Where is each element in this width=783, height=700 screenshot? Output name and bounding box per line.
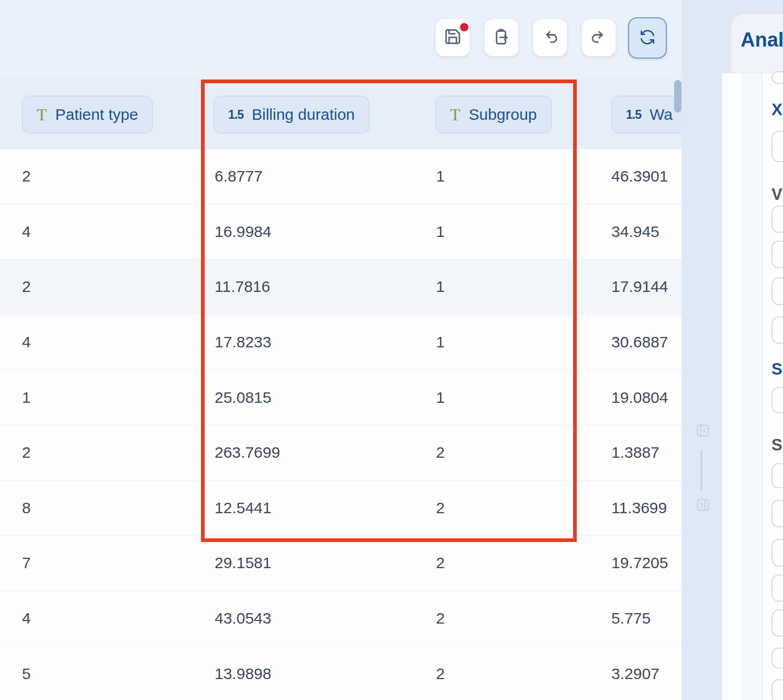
export-clipboard-icon [493, 28, 510, 48]
column-header-subgroup[interactable]: T Subgroup [435, 96, 552, 133]
table-cell[interactable]: 1.3887 [611, 444, 659, 461]
table-cell[interactable]: 2 [22, 278, 31, 296]
panel-section-label: S [771, 436, 782, 455]
table-row[interactable]: 417.8233130.6887 [0, 315, 681, 370]
panel-drop-zone-box[interactable] [771, 131, 783, 162]
analysis-tab[interactable]: Analy [731, 14, 783, 73]
column-header-patient-type[interactable]: T Patient type [22, 96, 153, 133]
table-cell[interactable]: 29.1581 [215, 554, 271, 572]
table-cell[interactable]: 17.8233 [215, 333, 271, 351]
unsaved-changes-badge [460, 23, 468, 31]
table-cell[interactable]: 2 [436, 499, 445, 517]
sync-icon [637, 27, 657, 49]
table-cell[interactable]: 2 [436, 665, 445, 683]
panel-drop-zone-box[interactable] [771, 609, 783, 637]
table-cell[interactable]: 2 [22, 444, 31, 461]
undo-icon [541, 28, 559, 48]
table-row[interactable]: 125.0815119.0804 [0, 370, 681, 425]
panel-drop-zone-box[interactable] [771, 574, 783, 602]
table-cell[interactable]: 1 [436, 278, 445, 296]
panel-drop-zone-box[interactable] [771, 387, 783, 413]
text-type-icon: T [450, 105, 461, 125]
undo-button[interactable] [533, 19, 567, 57]
table-cell[interactable]: 17.9144 [611, 278, 668, 296]
table-body: 26.8777146.3901416.9984134.945211.781611… [0, 149, 681, 700]
text-type-icon: T [37, 105, 47, 125]
table-cell[interactable]: 19.7205 [611, 554, 668, 572]
column-label: Subgroup [469, 106, 537, 123]
panel-drop-zone-box[interactable] [771, 463, 783, 488]
expand-right-icon [695, 497, 711, 515]
panel-drop-zone-box[interactable] [771, 539, 783, 567]
panel-gutter [681, 0, 722, 700]
table-cell[interactable]: 11.3699 [611, 499, 667, 517]
panel-scrollbar-track[interactable] [722, 73, 742, 700]
table-cell[interactable]: 3.2907 [611, 665, 659, 683]
table-row[interactable]: 2263.769921.3887 [0, 425, 681, 481]
table-row[interactable]: 443.054325.775 [0, 591, 681, 647]
vertical-scrollbar-thumb[interactable] [674, 80, 681, 112]
table-cell[interactable]: 1 [436, 389, 445, 407]
table-cell[interactable]: 6.8777 [215, 167, 263, 185]
table-cell[interactable]: 1 [436, 223, 445, 241]
panel-divider-track [743, 73, 763, 700]
panel-drop-zone-box[interactable] [771, 241, 783, 268]
table-cell[interactable]: 46.3901 [611, 167, 668, 185]
table-cell[interactable]: 2 [436, 554, 445, 572]
table-row[interactable]: 416.9984134.945 [0, 205, 681, 260]
table-cell[interactable]: 2 [436, 444, 445, 461]
table-cell[interactable]: 8 [22, 499, 31, 517]
table-cell[interactable]: 13.9898 [215, 665, 271, 683]
collapse-left-icon [695, 423, 711, 441]
save-icon [444, 28, 462, 48]
column-header-billing-duration[interactable]: 1.5 Billing duration [214, 96, 370, 133]
table-cell[interactable]: 19.0804 [611, 389, 668, 407]
table-cell[interactable]: 16.9984 [215, 223, 271, 241]
panel-drop-zone-box[interactable] [771, 71, 783, 84]
table-cell[interactable]: 30.6887 [611, 333, 668, 351]
table-cell[interactable]: 12.5441 [215, 499, 271, 517]
table-row[interactable]: 812.5441211.3699 [0, 481, 681, 536]
table-row[interactable]: 729.1581219.7205 [0, 536, 681, 591]
collapse-panel-left-button[interactable] [694, 423, 712, 441]
table-cell[interactable]: 11.7816 [215, 278, 270, 296]
analysis-tab-title: Analy [741, 29, 783, 51]
table-cell[interactable]: 43.0543 [215, 609, 271, 627]
save-button[interactable] [435, 19, 470, 57]
redo-icon [590, 28, 608, 48]
table-cell[interactable]: 4 [22, 609, 31, 627]
panel-drop-zone-box[interactable] [771, 317, 783, 344]
table-cell[interactable]: 1 [436, 333, 445, 351]
table-cell[interactable]: 4 [22, 223, 31, 241]
panel-drop-zone-box[interactable] [771, 679, 783, 700]
table-cell[interactable]: 34.945 [611, 223, 659, 241]
column-header-wa-truncated[interactable]: 1.5 Wa [611, 96, 681, 133]
table-cell[interactable]: 1 [436, 167, 445, 185]
table-row[interactable]: 513.989823.2907 [0, 646, 681, 700]
panel-drop-zone-box[interactable] [771, 277, 783, 305]
table-cell[interactable]: 7 [22, 554, 31, 572]
table-row[interactable]: 26.8777146.3901 [0, 149, 681, 205]
table-row[interactable]: 211.7816117.9144 [0, 259, 681, 315]
panel-resize-handle[interactable] [700, 450, 702, 490]
table-cell[interactable]: 4 [22, 333, 31, 351]
table-cell[interactable]: 2 [436, 609, 445, 627]
export-button[interactable] [484, 19, 519, 57]
table-cell[interactable]: 5.775 [611, 609, 651, 627]
panel-drop-zone-box[interactable] [771, 648, 783, 669]
redo-button[interactable] [581, 19, 616, 57]
table-cell[interactable]: 5 [22, 665, 31, 683]
scale-type-icon: 1.5 [228, 108, 243, 122]
data-table: T Patient type 1.5 Billing duration T Su… [0, 78, 681, 700]
column-label: Wa [650, 106, 673, 123]
panel-drop-zone-box[interactable] [771, 500, 783, 527]
panel-section-label: S [771, 360, 782, 379]
table-header-band: T Patient type 1.5 Billing duration T Su… [0, 78, 681, 150]
table-cell[interactable]: 263.7699 [215, 444, 280, 461]
expand-panel-right-button[interactable] [694, 497, 712, 515]
table-cell[interactable]: 1 [22, 389, 31, 407]
sync-button[interactable] [628, 17, 667, 59]
table-cell[interactable]: 2 [22, 167, 31, 185]
table-cell[interactable]: 25.0815 [215, 389, 271, 407]
panel-drop-zone-box[interactable] [771, 206, 783, 233]
